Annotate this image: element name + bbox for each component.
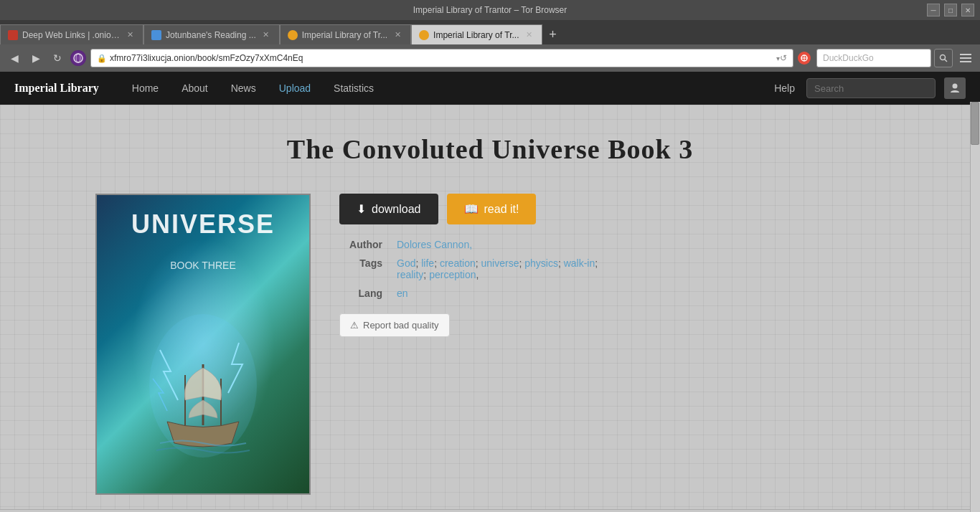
tags-row: Tags God; life; creation; universe; phys… (339, 257, 885, 280)
tab-4[interactable]: Imperial Library of Tr... ✕ (411, 24, 542, 44)
site-footer: Chief Librarian: Las Zenow <zenow@riseup… (0, 509, 980, 512)
tag-reality[interactable]: reality (397, 269, 423, 280)
menu-line-1 (960, 54, 971, 55)
book-actions: ⬇ download 📖 read it! (339, 194, 885, 224)
tab-close-2[interactable]: ✕ (260, 29, 272, 41)
tag-walk-in[interactable]: walk-in (564, 257, 595, 269)
forward-button[interactable]: ▶ (27, 49, 44, 67)
maximize-button[interactable]: □ (944, 4, 957, 16)
lang-row: Lang en (339, 288, 885, 299)
book-page: The Convoluted Universe Book 3 UNIVERSE … (95, 133, 885, 495)
read-button[interactable]: 📖 read it! (447, 194, 537, 224)
new-tab-button[interactable]: + (542, 24, 562, 44)
nav-search-box[interactable] (806, 78, 936, 98)
nav-statistics[interactable]: Statistics (322, 72, 385, 105)
book-title: The Convoluted Universe Book 3 (95, 133, 885, 165)
nav-help[interactable]: Help (774, 82, 795, 94)
meta-table: Author Dolores Cannon, Tags God; life; c… (339, 239, 885, 299)
nav-home[interactable]: Home (121, 72, 170, 105)
ddg-search-display: DuckDuckGo (816, 49, 931, 67)
tab-label-4: Imperial Library of Tr... (433, 30, 519, 40)
cover-subtitle: BOOK THREE (97, 260, 309, 271)
menu-line-2 (960, 57, 971, 59)
tags-value: God; life; creation; universe; physics; … (397, 257, 598, 280)
tab-favicon-1 (8, 30, 18, 40)
author-link[interactable]: Dolores Cannon, (397, 239, 472, 250)
minimize-button[interactable]: ─ (927, 4, 940, 16)
lang-label: Lang (339, 288, 382, 299)
scrollbar-track[interactable] (970, 102, 980, 512)
author-value: Dolores Cannon, (397, 239, 472, 250)
window-controls: ─ □ ✕ (927, 4, 974, 16)
url-bar[interactable]: 🔒 xfmro77i3lixucja.onion/book/smFzOzy7xX… (90, 49, 793, 67)
tab-1[interactable]: Deep Web Links | .onion... ✕ (0, 24, 143, 44)
tag-life[interactable]: life (421, 257, 434, 269)
nav-news[interactable]: News (220, 72, 268, 105)
address-bar: ◀ ▶ ↻ 🔒 xfmro77i3lixucja.onion/book/smFz… (0, 44, 980, 72)
tags-label: Tags (339, 257, 382, 269)
scrollbar-thumb[interactable] (971, 102, 979, 145)
tab-2[interactable]: Jotunbane's Reading ... ✕ (143, 24, 280, 44)
download-button[interactable]: ⬇ download (339, 194, 438, 224)
book-cover: UNIVERSE BOOK THREE (95, 194, 311, 495)
search-engine-label: DuckDuckGo (823, 53, 874, 63)
tag-perception[interactable]: perception (429, 269, 476, 280)
download-icon: ⬇ (357, 202, 366, 216)
tab-close-4[interactable]: ✕ (523, 29, 534, 41)
author-label: Author (339, 239, 382, 250)
svg-line-6 (945, 60, 948, 62)
tor-icon (70, 50, 86, 66)
tab-close-1[interactable]: ✕ (124, 29, 136, 41)
main-content: The Convoluted Universe Book 3 UNIVERSE … (0, 105, 980, 509)
menu-line-3 (960, 61, 971, 62)
report-label: Report bad quality (363, 320, 439, 331)
tab-3[interactable]: Imperial Library of Tr... ✕ (280, 24, 411, 44)
reload-icon[interactable]: ↺ (780, 53, 787, 63)
report-button[interactable]: ⚠ Report bad quality (339, 313, 450, 337)
tab-label-1: Deep Web Links | .onion... (22, 30, 120, 40)
book-details-row: UNIVERSE BOOK THREE (95, 194, 885, 495)
nav-search-input[interactable] (814, 83, 928, 94)
search-engine-icon (798, 52, 811, 65)
nav-upload[interactable]: Upload (268, 72, 322, 105)
tab-favicon-3 (288, 30, 298, 40)
url-text: xfmro77i3lixucja.onion/book/smFzOzy7xXmC… (110, 53, 773, 63)
site-nav: Imperial Library Home About News Upload … (0, 72, 980, 105)
read-label: read it! (484, 203, 519, 216)
menu-button[interactable] (957, 49, 974, 67)
tag-god[interactable]: God (397, 257, 415, 269)
lock-icon: 🔒 (97, 54, 107, 63)
nav-user-icon[interactable] (944, 77, 966, 99)
back-button[interactable]: ◀ (6, 49, 23, 67)
book-meta: ⬇ download 📖 read it! Author Dolores Can… (339, 194, 885, 337)
book-icon: 📖 (464, 202, 479, 216)
author-row: Author Dolores Cannon, (339, 239, 885, 250)
lang-value: en (397, 288, 408, 299)
tab-label-3: Imperial Library of Tr... (302, 30, 387, 40)
search-go-button[interactable] (934, 49, 953, 67)
warning-icon: ⚠ (350, 320, 359, 331)
svg-point-5 (941, 55, 946, 60)
tab-favicon-4 (419, 30, 429, 40)
site-logo[interactable]: Imperial Library (14, 82, 99, 95)
search-box-area: DuckDuckGo (798, 49, 953, 67)
tag-creation[interactable]: creation (440, 257, 476, 269)
tabs-bar: Deep Web Links | .onion... ✕ Jotunbane's… (0, 20, 980, 44)
tag-universe[interactable]: universe (481, 257, 519, 269)
tab-favicon-2 (151, 30, 161, 40)
close-button[interactable]: ✕ (961, 4, 974, 16)
tab-label-2: Jotunbane's Reading ... (166, 30, 256, 40)
svg-point-0 (74, 54, 83, 62)
lang-link[interactable]: en (397, 288, 408, 299)
browser-title: Imperial Library of Trantor – Tor Browse… (413, 5, 567, 15)
download-label: download (372, 203, 421, 216)
nav-about[interactable]: About (170, 72, 220, 105)
report-section: ⚠ Report bad quality (339, 313, 885, 337)
tag-physics[interactable]: physics (524, 257, 558, 269)
refresh-button[interactable]: ↻ (49, 49, 66, 67)
tab-close-3[interactable]: ✕ (392, 29, 403, 41)
svg-point-1 (76, 54, 80, 62)
svg-point-7 (953, 84, 958, 89)
cover-ship-illustration (146, 307, 260, 465)
browser-titlebar: Imperial Library of Trantor – Tor Browse… (0, 0, 980, 20)
